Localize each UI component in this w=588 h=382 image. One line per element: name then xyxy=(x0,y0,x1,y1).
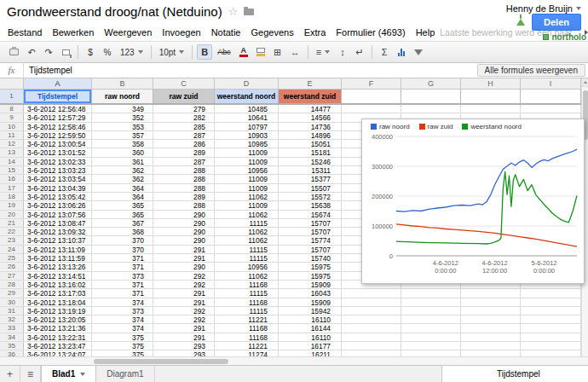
menu-item[interactable]: Gegevens xyxy=(245,27,298,38)
cell[interactable] xyxy=(461,333,521,342)
cell[interactable]: 3-6-2012 13:03:23 xyxy=(24,166,92,175)
cell[interactable]: 11115 xyxy=(215,289,279,298)
column-header-f[interactable]: F xyxy=(342,78,401,90)
cell[interactable]: 288 xyxy=(153,166,215,175)
cell[interactable] xyxy=(461,342,521,350)
cell[interactable]: 360 xyxy=(92,148,153,157)
cell[interactable]: 15377 xyxy=(279,175,342,183)
row-number[interactable]: 17 xyxy=(0,184,24,193)
cell[interactable]: 15572 xyxy=(279,193,342,201)
cell[interactable] xyxy=(521,324,581,333)
column-header-g[interactable]: G xyxy=(401,78,461,90)
row-number[interactable]: 25 xyxy=(0,254,24,263)
cell[interactable]: 289 xyxy=(153,148,215,157)
cell[interactable]: 292 xyxy=(153,315,215,324)
cell[interactable]: 287 xyxy=(153,158,215,166)
cell[interactable]: 3-6-2012 13:09:32 xyxy=(24,228,92,236)
cell[interactable]: 3-6-2012 13:23:47 xyxy=(24,342,92,350)
cell[interactable]: 3-6-2012 12:58:46 xyxy=(24,123,92,131)
column-header-h[interactable]: H xyxy=(461,78,521,90)
cell[interactable]: 15909 xyxy=(279,298,342,307)
cell[interactable]: 371 xyxy=(92,289,153,298)
cell[interactable] xyxy=(342,298,401,307)
cell[interactable]: 16043 xyxy=(279,289,342,298)
cell[interactable]: 282 xyxy=(153,113,215,122)
cell[interactable]: 286 xyxy=(153,140,215,148)
bold-button[interactable]: B xyxy=(197,44,212,60)
row-number[interactable]: 13 xyxy=(0,148,24,157)
cell[interactable]: 3-6-2012 13:04:39 xyxy=(24,184,92,193)
cell[interactable]: 292 xyxy=(153,272,215,281)
scroll-up-button[interactable] xyxy=(581,78,588,87)
cell[interactable]: 15942 xyxy=(279,307,342,315)
cell[interactable]: 15051 xyxy=(279,140,342,148)
horizontal-scrollbar[interactable] xyxy=(0,356,588,365)
cell[interactable]: 16110 xyxy=(279,315,342,324)
cell[interactable]: 11009 xyxy=(215,175,279,183)
cell[interactable]: 15311 xyxy=(279,166,342,175)
cell[interactable]: 11221 xyxy=(215,315,279,324)
cell[interactable]: 374 xyxy=(92,315,153,324)
cell[interactable]: 362 xyxy=(92,166,153,175)
cell[interactable]: 11115 xyxy=(215,307,279,315)
row-number[interactable]: 29 xyxy=(0,289,24,298)
cell[interactable]: 368 xyxy=(92,228,153,236)
cell[interactable]: 14477 xyxy=(279,105,342,113)
row-number[interactable]: 28 xyxy=(0,281,24,289)
all-sheets-icon[interactable]: ≡ xyxy=(20,366,41,382)
cell[interactable] xyxy=(521,307,581,315)
cell[interactable]: 14896 xyxy=(279,131,342,140)
cell[interactable]: 353 xyxy=(92,123,153,131)
cell[interactable]: 349 xyxy=(92,105,153,113)
row-number[interactable]: 10 xyxy=(0,123,24,131)
cell[interactable]: 3-6-2012 13:22:31 xyxy=(24,333,92,342)
menu-item[interactable]: Extra xyxy=(299,27,331,38)
percent-format-button[interactable]: % xyxy=(100,44,115,60)
cell[interactable]: 3-6-2012 13:01:52 xyxy=(24,148,92,157)
cell[interactable]: 292 xyxy=(153,281,215,289)
column-header-a[interactable]: A xyxy=(24,78,92,90)
column-header-b[interactable]: B xyxy=(92,78,153,90)
print-button[interactable] xyxy=(6,44,22,60)
cell[interactable]: 16211 xyxy=(279,350,342,356)
cell[interactable]: 287 xyxy=(153,131,215,140)
cell[interactable]: 371 xyxy=(92,263,153,271)
cell[interactable]: 279 xyxy=(153,105,215,113)
cell[interactable] xyxy=(401,315,461,324)
cell[interactable] xyxy=(461,324,521,333)
cell[interactable]: 3-6-2012 13:19:19 xyxy=(24,307,92,315)
header-cell[interactable]: raw zuid xyxy=(153,90,215,103)
row-number[interactable]: 12 xyxy=(0,140,24,148)
cell[interactable] xyxy=(521,315,581,324)
cell[interactable]: 3-6-2012 13:03:54 xyxy=(24,175,92,183)
cell[interactable]: 3-6-2012 13:02:33 xyxy=(24,158,92,166)
row-number[interactable]: 16 xyxy=(0,175,24,183)
number-format-button[interactable]: 123 xyxy=(117,44,147,60)
cell[interactable]: 3-6-2012 13:13:26 xyxy=(24,263,92,271)
cell[interactable]: 291 xyxy=(153,246,215,254)
cell[interactable]: 373 xyxy=(92,307,153,315)
viewer-chip[interactable]: northolo xyxy=(543,32,586,42)
cell[interactable]: 285 xyxy=(153,123,215,131)
header-cell[interactable]: weerstand noord xyxy=(215,90,279,103)
cell[interactable] xyxy=(461,298,521,307)
row-number[interactable]: 23 xyxy=(0,236,24,245)
cell[interactable]: 11062 xyxy=(215,193,279,201)
cell[interactable]: 364 xyxy=(92,184,153,193)
cell[interactable]: 290 xyxy=(153,211,215,219)
menu-item[interactable]: Invoegen xyxy=(157,27,205,38)
insert-chart-button[interactable] xyxy=(394,44,409,60)
cell[interactable]: 370 xyxy=(92,246,153,254)
undo-button[interactable]: ↶ xyxy=(24,44,39,60)
cell[interactable]: 15246 xyxy=(279,158,342,166)
menu-item[interactable]: Bestand xyxy=(3,27,47,38)
header-cell[interactable]: weerstand zuid xyxy=(279,90,342,103)
cell[interactable]: 11062 xyxy=(215,272,279,281)
row-number[interactable]: 20 xyxy=(0,211,24,219)
cell[interactable]: 16110 xyxy=(279,333,342,342)
row-number[interactable]: 14 xyxy=(0,158,24,166)
cell[interactable]: 16177 xyxy=(279,342,342,350)
menu-item[interactable]: Weergeven xyxy=(99,27,157,38)
cell[interactable]: 357 xyxy=(92,131,153,140)
filter-button[interactable] xyxy=(411,44,426,60)
